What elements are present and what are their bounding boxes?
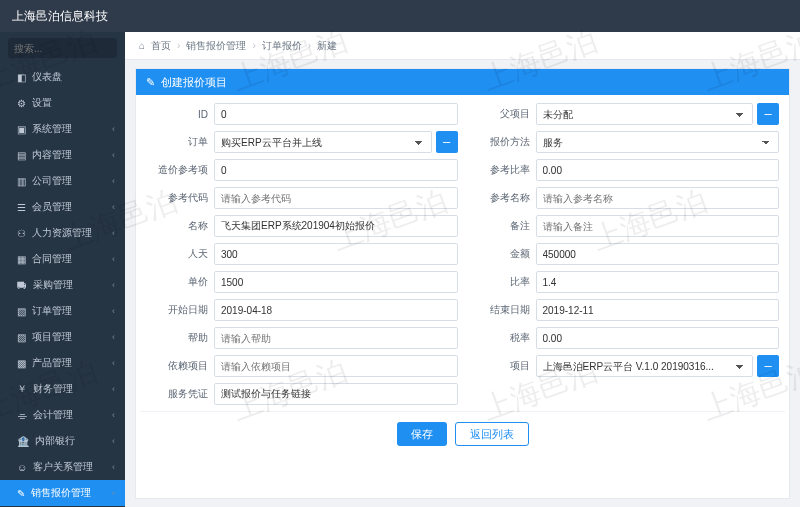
crumb-sep: › xyxy=(252,40,255,51)
manday-label: 人天 xyxy=(146,247,214,261)
topbar: 上海邑泊信息科技 xyxy=(0,0,800,32)
menu-label: 设置 xyxy=(32,96,52,110)
form-actions: 保存 返回列表 xyxy=(140,411,785,458)
sidebar-item-finance[interactable]: ￥财务管理‹ xyxy=(0,376,125,402)
chevron-left-icon: ‹ xyxy=(112,124,115,134)
id-field[interactable] xyxy=(214,103,458,125)
menu-label: 订单管理 xyxy=(32,304,72,318)
sidebar-item-hr[interactable]: ⚇人力资源管理‹ xyxy=(0,220,125,246)
menu-label: 系统管理 xyxy=(32,122,72,136)
refrate-field[interactable] xyxy=(536,159,780,181)
sidebar-item-order[interactable]: ▧订单管理‹ xyxy=(0,298,125,324)
home-icon[interactable]: ⌂ xyxy=(139,40,145,51)
sidebar-item-company[interactable]: ▥公司管理‹ xyxy=(0,168,125,194)
start-date-field[interactable] xyxy=(214,299,458,321)
chevron-left-icon: ‹ xyxy=(112,410,115,420)
chevron-left-icon: ‹ xyxy=(112,150,115,160)
manday-field[interactable] xyxy=(214,243,458,265)
menu-label: 采购管理 xyxy=(33,278,73,292)
proj-clear-button[interactable]: – xyxy=(757,355,779,377)
end-date-field[interactable] xyxy=(536,299,780,321)
menu-label: 财务管理 xyxy=(33,382,73,396)
menu-label: 销售报价管理 xyxy=(31,486,91,500)
crumb-home[interactable]: 首页 xyxy=(151,39,171,53)
save-button[interactable]: 保存 xyxy=(397,422,447,446)
dep-label: 依赖项目 xyxy=(146,359,214,373)
amount-field[interactable] xyxy=(536,243,780,265)
sidebar-item-bank[interactable]: 🏦内部银行‹ xyxy=(0,428,125,454)
refcode-field[interactable] xyxy=(214,187,458,209)
crumb-sep: › xyxy=(177,40,180,51)
sidebar-item-settings[interactable]: ⚙设置 xyxy=(0,90,125,116)
desc-field[interactable] xyxy=(214,327,458,349)
proj-select[interactable]: 上海邑泊ERP云平台 V.1.0 20190316... xyxy=(536,355,754,377)
sidebar-item-contract[interactable]: ▦合同管理‹ xyxy=(0,246,125,272)
refname-label: 参考名称 xyxy=(468,191,536,205)
menu-label: 客户关系管理 xyxy=(33,460,93,474)
sidebar-item-project[interactable]: ▨项目管理‹ xyxy=(0,324,125,350)
back-button[interactable]: 返回列表 xyxy=(455,422,529,446)
sidebar-item-content[interactable]: ▤内容管理‹ xyxy=(0,142,125,168)
amount-label: 金额 xyxy=(468,247,536,261)
order-select[interactable]: 购买ERP云平台并上线 xyxy=(214,131,432,153)
sidebar-item-product[interactable]: ▩产品管理‹ xyxy=(0,350,125,376)
crumb-l3: 新建 xyxy=(317,39,337,53)
order-clear-button[interactable]: – xyxy=(436,131,458,153)
panel-title: 创建报价项目 xyxy=(161,75,227,90)
remark-field[interactable] xyxy=(536,215,780,237)
sidebar-item-dashboard[interactable]: ◧仪表盘 xyxy=(0,64,125,90)
order-label: 订单 xyxy=(146,135,214,149)
method-label: 报价方法 xyxy=(468,135,536,149)
layout: ◧仪表盘 ⚙设置 ▣系统管理‹ ▤内容管理‹ ▥公司管理‹ ☰会员管理‹ ⚇人力… xyxy=(0,32,800,507)
parent-label: 父项目 xyxy=(468,107,536,121)
desc-label: 帮助 xyxy=(146,331,214,345)
sidebar-item-procure[interactable]: ⛟采购管理‹ xyxy=(0,272,125,298)
chevron-left-icon: ‹ xyxy=(112,202,115,212)
name-field[interactable] xyxy=(214,215,458,237)
sidebar-search-input[interactable] xyxy=(8,38,117,58)
svc-field[interactable] xyxy=(214,383,458,405)
menu-label: 公司管理 xyxy=(32,174,72,188)
pencil-icon: ✎ xyxy=(146,76,155,89)
chevron-left-icon: ‹ xyxy=(112,306,115,316)
unit-label: 单价 xyxy=(146,275,214,289)
method-select[interactable]: 服务 xyxy=(536,131,780,153)
chevron-left-icon: ‹ xyxy=(112,462,115,472)
menu-label: 人力资源管理 xyxy=(32,226,92,240)
crumb-l1[interactable]: 销售报价管理 xyxy=(186,39,246,53)
panel-header: ✎ 创建报价项目 xyxy=(136,69,789,95)
ratio-field[interactable] xyxy=(536,271,780,293)
sidebar-item-crm[interactable]: ☺客户关系管理‹ xyxy=(0,454,125,480)
baseref-field[interactable] xyxy=(214,159,458,181)
chevron-left-icon: ‹ xyxy=(112,228,115,238)
breadcrumb: ⌂ 首页 › 销售报价管理 › 订单报价 › 新建 xyxy=(125,32,800,60)
sidebar: ◧仪表盘 ⚙设置 ▣系统管理‹ ▤内容管理‹ ▥公司管理‹ ☰会员管理‹ ⚇人力… xyxy=(0,32,125,507)
menu-label: 合同管理 xyxy=(32,252,72,266)
unit-field[interactable] xyxy=(214,271,458,293)
start-label: 开始日期 xyxy=(146,303,214,317)
baseref-label: 造价参考项 xyxy=(146,163,214,177)
dep-field[interactable] xyxy=(214,355,458,377)
refcode-label: 参考代码 xyxy=(146,191,214,205)
sidebar-item-accounting[interactable]: ⌯会计管理‹ xyxy=(0,402,125,428)
chevron-left-icon: ‹ xyxy=(112,176,115,186)
chevron-left-icon: ‹ xyxy=(112,254,115,264)
menu-label: 内容管理 xyxy=(32,148,72,162)
chevron-left-icon: ‹ xyxy=(112,358,115,368)
brand: 上海邑泊信息科技 xyxy=(12,8,108,25)
chevron-left-icon: ‹ xyxy=(112,488,115,498)
main: ⌂ 首页 › 销售报价管理 › 订单报价 › 新建 ✎ 创建报价项目 ID xyxy=(125,32,800,507)
menu-label: 项目管理 xyxy=(32,330,72,344)
chevron-left-icon: ‹ xyxy=(112,280,115,290)
parent-clear-button[interactable]: – xyxy=(757,103,779,125)
sidebar-item-member[interactable]: ☰会员管理‹ xyxy=(0,194,125,220)
sidebar-search-wrap xyxy=(0,32,125,64)
tax-field[interactable] xyxy=(536,327,780,349)
refname-field[interactable] xyxy=(536,187,780,209)
crumb-l2[interactable]: 订单报价 xyxy=(262,39,302,53)
parent-select[interactable]: 未分配 xyxy=(536,103,754,125)
ratio-label: 比率 xyxy=(468,275,536,289)
sidebar-item-quote[interactable]: ✎销售报价管理‹ xyxy=(0,480,125,506)
sidebar-menu: ◧仪表盘 ⚙设置 ▣系统管理‹ ▤内容管理‹ ▥公司管理‹ ☰会员管理‹ ⚇人力… xyxy=(0,64,125,507)
sidebar-item-system[interactable]: ▣系统管理‹ xyxy=(0,116,125,142)
